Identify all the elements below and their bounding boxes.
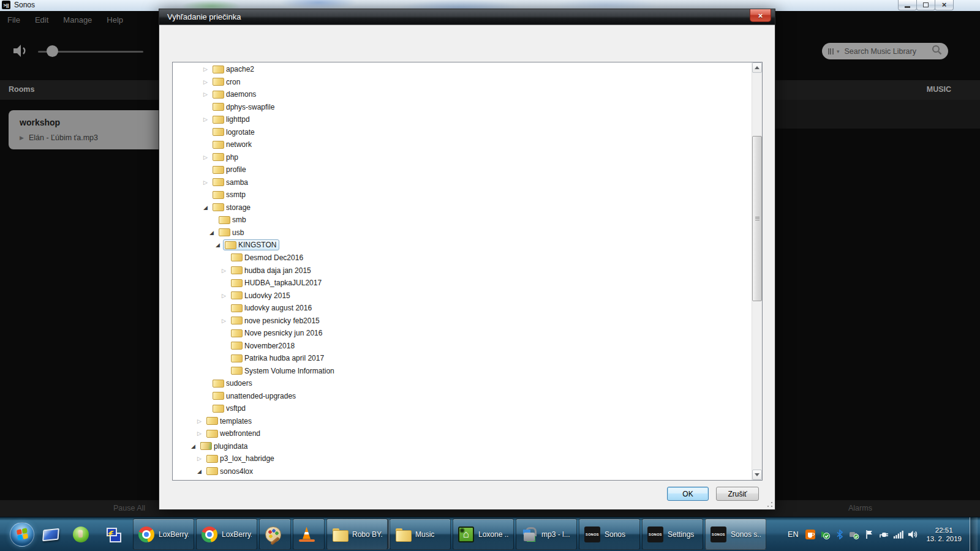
menu-item[interactable]: Help	[107, 15, 123, 24]
green-status-icon[interactable]	[820, 529, 830, 539]
volume-slider-knob[interactable]	[47, 45, 58, 57]
taskbar-button[interactable]: LoxBerry...	[196, 519, 257, 550]
expander-icon[interactable]	[216, 242, 223, 248]
tree-row-content[interactable]: php	[211, 152, 241, 163]
tree-row-content[interactable]: profile	[211, 164, 249, 175]
tree-row-content[interactable]: KINGSTON	[223, 239, 279, 250]
taskbar-button[interactable]: Settings	[642, 519, 703, 550]
tree-row-content[interactable]: sudoers	[211, 378, 255, 389]
tree-row[interactable]: network	[173, 138, 752, 151]
taskbar-button[interactable]: Sonos s...	[705, 519, 766, 550]
tree-row-content[interactable]: dphys-swapfile	[211, 102, 277, 113]
tree-row[interactable]: apache2	[173, 63, 752, 76]
tree-row-content[interactable]: November2018	[229, 340, 298, 351]
ok-button[interactable]: OK	[667, 487, 709, 501]
java-icon[interactable]	[805, 529, 815, 539]
taskbar-button[interactable]: Music	[390, 519, 451, 550]
expander-icon[interactable]	[197, 468, 205, 474]
tree-row[interactable]: logrotate	[173, 126, 752, 139]
expander-icon[interactable]	[203, 66, 211, 72]
tree-row[interactable]: KINGSTON	[173, 239, 752, 252]
tree-row-content[interactable]: plugindata	[198, 441, 251, 452]
tree-row[interactable]: sudoers	[173, 377, 752, 390]
tree-row[interactable]: ludovky august 2016	[173, 302, 752, 315]
tree-row[interactable]: sonos4lox	[173, 465, 752, 478]
alarms-button[interactable]: Alarms	[848, 504, 872, 512]
dialog-titlebar[interactable]: Vyhľadanie priečinka ×	[159, 9, 775, 25]
tree-row[interactable]: cron	[173, 76, 752, 89]
taskbar-button[interactable]	[102, 519, 126, 550]
tree-row-content[interactable]: webfrontend	[205, 428, 263, 439]
tree-row[interactable]: November2018	[173, 339, 752, 352]
tree-row[interactable]: unattended-upgrades	[173, 389, 752, 402]
tree-row-content[interactable]: usb	[217, 227, 247, 238]
tree-row-content[interactable]: Nove pesnicky jun 2016	[229, 328, 325, 339]
taskbar-button[interactable]: Sonos	[579, 519, 640, 550]
taskbar-button[interactable]: mp3 - l...	[516, 519, 577, 550]
close-button[interactable]: ×	[935, 0, 954, 10]
expander-icon[interactable]	[203, 91, 211, 97]
search-scope-caret-icon[interactable]: ▾	[837, 48, 840, 54]
bluetooth-icon[interactable]	[834, 529, 845, 539]
search-box[interactable]: ▾ Search Music Library	[822, 43, 948, 59]
tree-row[interactable]: plugindata	[173, 440, 752, 452]
expander-icon[interactable]	[203, 179, 211, 186]
menu-item[interactable]: Manage	[63, 15, 92, 24]
tree-row[interactable]: lighttpd	[173, 113, 752, 126]
tree-row-content[interactable]: ludovky august 2016	[229, 302, 315, 313]
tree-row-content[interactable]: nove pesnicky feb2015	[229, 315, 323, 326]
menu-item[interactable]: Edit	[35, 15, 48, 24]
expander-icon[interactable]	[191, 443, 198, 449]
expander-icon[interactable]	[222, 318, 229, 324]
expander-icon[interactable]	[222, 268, 229, 274]
menu-item[interactable]: File	[7, 15, 20, 24]
volume-icon[interactable]	[12, 43, 29, 61]
tree-row[interactable]: vsftpd	[173, 402, 752, 415]
vertical-scrollbar[interactable]	[752, 62, 762, 480]
show-desktop-button[interactable]	[970, 517, 978, 551]
start-button[interactable]	[5, 517, 39, 551]
expander-icon[interactable]	[197, 418, 205, 424]
tree-row[interactable]: Desmod Dec2016	[173, 252, 752, 264]
tree-row[interactable]: php	[173, 151, 752, 164]
resize-grip[interactable]	[767, 501, 773, 508]
tree-row[interactable]: Patrika hudba april 2017	[173, 352, 752, 365]
tree-row-content[interactable]: samba	[211, 177, 251, 188]
tree-row[interactable]: smb	[173, 214, 752, 227]
tree-row-content[interactable]: templates	[205, 416, 255, 427]
tree-row[interactable]: samba	[173, 176, 752, 189]
scroll-up-button[interactable]	[752, 62, 762, 73]
tree-row[interactable]: Ludovky 2015	[173, 289, 752, 302]
tree-row-content[interactable]: Desmod Dec2016	[229, 252, 306, 263]
tree-row-content[interactable]: System Volume Information	[229, 365, 337, 377]
tree-row[interactable]: storage	[173, 201, 752, 214]
minimize-button[interactable]	[898, 0, 917, 10]
tree-row-content[interactable]: daemons	[211, 89, 259, 100]
scroll-down-button[interactable]	[752, 470, 762, 480]
dialog-close-button[interactable]: ×	[750, 9, 771, 22]
tree-row[interactable]: webfrontend	[173, 427, 752, 440]
taskbar-button[interactable]	[70, 519, 95, 550]
language-indicator[interactable]: EN	[788, 530, 798, 539]
tree-row-content[interactable]: unattended-upgrades	[211, 391, 299, 402]
tree-row-content[interactable]: Patrika hudba april 2017	[229, 353, 327, 364]
usb-eject-icon[interactable]	[849, 529, 859, 539]
tree-row-content[interactable]: storage	[211, 202, 254, 213]
expander-icon[interactable]	[209, 230, 217, 236]
tree-row[interactable]: p3_lox_habridge	[173, 452, 752, 465]
taskbar-button[interactable]: LoxBerry...	[133, 519, 194, 550]
tree-row-content[interactable]: apache2	[211, 64, 257, 75]
taskbar-button[interactable]	[293, 519, 325, 550]
taskbar-button[interactable]: Loxone ...	[453, 519, 514, 550]
tree-row-content[interactable]: hudba daja jan 2015	[229, 265, 314, 276]
search-icon[interactable]	[932, 45, 942, 58]
tree-row-content[interactable]: ssmtp	[211, 189, 249, 200]
pause-all-button[interactable]: Pause All	[113, 504, 145, 512]
tree-row[interactable]: ssmtp	[173, 189, 752, 201]
restore-button[interactable]	[916, 0, 935, 10]
expander-icon[interactable]	[203, 79, 211, 85]
tree-row-content[interactable]: HUDBA_tapkaJUL2017	[229, 277, 325, 288]
expander-icon[interactable]	[197, 430, 205, 437]
cancel-button[interactable]: Zrušiť	[716, 487, 759, 501]
tree-row-content[interactable]: cron	[211, 77, 243, 88]
